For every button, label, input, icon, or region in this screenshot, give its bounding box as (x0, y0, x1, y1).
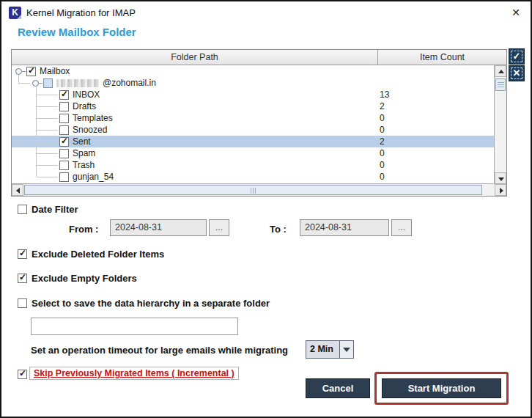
tree-expand-handle[interactable] (15, 65, 26, 77)
tree-checkbox[interactable] (43, 78, 53, 88)
item-count: 0 (380, 172, 385, 182)
tree-label: Mailbox (40, 66, 70, 76)
timeout-label: Set an operation timeout for large email… (31, 345, 288, 356)
tree-label: Drafts (73, 101, 96, 111)
tree-row[interactable]: Spam0 (12, 147, 494, 159)
tree-label: Snoozed (73, 125, 107, 135)
item-count: 2 (380, 101, 385, 111)
deselect-all-button[interactable]: ✕ (509, 65, 525, 81)
tree-checkbox[interactable] (59, 149, 69, 158)
tree-expand-handle[interactable] (32, 77, 43, 89)
date-filter-checkbox[interactable] (18, 205, 27, 214)
item-count: 13 (380, 89, 389, 100)
hierarchy-folder-input[interactable] (31, 318, 238, 335)
to-date-browse-button[interactable]: ... (391, 219, 412, 236)
titlebar: K Kernel Migration for IMAP ✕ (1, 1, 531, 23)
tree-checkbox[interactable] (59, 90, 69, 100)
from-label: From : (69, 224, 98, 235)
tree-label: INBOX (73, 89, 100, 100)
folder-table: Folder Path Item Count Mailbox@zohomail.… (11, 49, 507, 197)
tree-checkbox[interactable] (59, 114, 69, 123)
item-count: 0 (380, 113, 385, 123)
app-icon: K (9, 7, 21, 19)
from-date-browse-button[interactable]: ... (209, 219, 229, 236)
item-count: 0 (380, 148, 385, 158)
tree-checkbox[interactable] (59, 137, 69, 147)
scroll-up-button[interactable] (495, 65, 506, 77)
skip-migrated-checkbox[interactable] (18, 370, 27, 379)
exclude-empty-checkbox[interactable] (18, 274, 27, 283)
tree-label: Spam (73, 148, 95, 158)
item-count: 2 (380, 136, 385, 147)
tree-row[interactable]: INBOX13 (12, 89, 494, 100)
tree-label: Trash (73, 160, 95, 170)
tree-row[interactable]: Trash0 (12, 159, 494, 171)
from-date-field[interactable]: 2024-08-31 (110, 219, 207, 236)
tree-row[interactable]: Mailbox (12, 65, 494, 77)
chevron-down-icon[interactable] (339, 341, 353, 358)
folder-tree-body: Mailbox@zohomail.inINBOX13Drafts2Templat… (12, 65, 506, 184)
scroll-right-button[interactable] (495, 184, 506, 196)
close-icon[interactable]: ✕ (509, 6, 522, 19)
timeout-selected-value: 2 Min (306, 341, 339, 358)
select-all-button[interactable]: ✓ (509, 48, 525, 65)
save-hierarchy-checkbox[interactable] (18, 298, 27, 308)
tree-checkbox[interactable] (59, 125, 69, 135)
date-filter-label: Date Filter (32, 204, 78, 215)
redacted-email-blur (56, 79, 99, 87)
vertical-scrollbar-thumb[interactable] (495, 78, 506, 91)
skip-migrated-label: Skip Previously Migrated Items ( Increme… (29, 367, 239, 380)
tree-label: Templates (73, 113, 113, 123)
item-count: 0 (380, 160, 385, 170)
tree-row[interactable]: Sent2 (12, 136, 494, 147)
migration-dialog: K Kernel Migration for IMAP ✕ Review Mai… (0, 0, 532, 418)
exclude-empty-label: Exclude Empty Folders (32, 273, 137, 284)
tree-checkbox[interactable] (26, 67, 36, 76)
to-label: To : (270, 224, 287, 235)
tree-label: Sent (73, 136, 91, 147)
tree-checkbox[interactable] (59, 172, 69, 182)
horizontal-scrollbar-thumb[interactable] (24, 185, 482, 195)
exclude-deleted-checkbox[interactable] (18, 249, 27, 259)
vertical-scrollbar[interactable] (494, 65, 506, 184)
tree-row[interactable]: @zohomail.in (12, 77, 494, 89)
table-header: Folder Path Item Count (12, 50, 506, 65)
tree-row[interactable]: Drafts2 (12, 100, 494, 112)
tree-row[interactable]: Templates0 (12, 112, 494, 124)
scroll-left-button[interactable] (12, 184, 23, 196)
page-title: Review Mailbox Folder (18, 26, 136, 38)
save-hierarchy-label: Select to save the data hierarchy in a s… (32, 298, 270, 309)
tree-row[interactable]: gunjan_540 (12, 171, 494, 183)
tree-label: @zohomail.in (103, 78, 156, 88)
column-header-item-count[interactable]: Item Count (378, 50, 506, 65)
window-title: Kernel Migration for IMAP (26, 7, 136, 18)
horizontal-scrollbar[interactable] (12, 183, 506, 196)
tree-checkbox[interactable] (59, 161, 69, 170)
cancel-button[interactable]: Cancel (306, 378, 370, 398)
tree-label: gunjan_54 (73, 172, 114, 182)
start-migration-button[interactable]: Start Migration (382, 378, 501, 398)
tree-row[interactable]: Snoozed0 (12, 124, 494, 136)
item-count: 0 (380, 125, 385, 135)
timeout-select[interactable]: 2 Min (306, 340, 354, 359)
exclude-deleted-label: Exclude Deleted Folder Items (32, 249, 164, 260)
to-date-field[interactable]: 2024-08-31 (300, 219, 389, 236)
tree-checkbox[interactable] (59, 102, 69, 111)
column-header-folder-path[interactable]: Folder Path (12, 50, 378, 65)
scroll-down-button[interactable] (495, 172, 506, 184)
